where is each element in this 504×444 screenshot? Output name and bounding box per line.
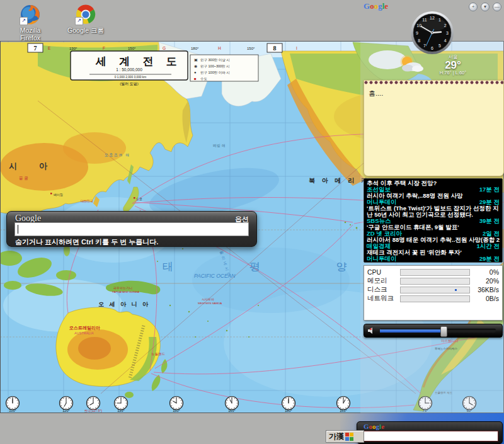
ime-tool-icon[interactable]: [345, 433, 353, 441]
ime-mode-label[interactable]: 가漢: [326, 431, 345, 442]
news-time: 29분 전: [479, 256, 500, 262]
memory-bar: [400, 278, 470, 285]
svg-text:9: 9: [416, 31, 418, 35]
clock-gadget[interactable]: 12 1 2 3 4 5 6 7 8 9 10 11: [408, 9, 456, 57]
news-title[interactable]: Milwaukee gives a holler to favorite bow…: [367, 262, 500, 263]
map-projection: (밀러 도법): [120, 82, 139, 86]
svg-text:12: 12: [430, 16, 435, 20]
label-bering: 베링 해: [213, 144, 226, 148]
label-australia-en: AUSTRALIA: [74, 331, 94, 335]
legend-text: 인구 300만 이상 시: [200, 58, 230, 62]
label-samoa-kr: 서사모아: [202, 297, 214, 301]
monitor-value: 0B/s: [470, 295, 499, 302]
news-source[interactable]: 머니투데이: [367, 199, 397, 205]
monitor-label: CPU: [367, 268, 400, 276]
icon-label-line: Google 크롬: [63, 26, 108, 34]
qsb-search-input[interactable]: [14, 222, 249, 236]
svg-text:4: 4: [444, 38, 447, 43]
svg-text:1: 1: [438, 18, 441, 22]
svg-text:5: 5: [438, 43, 441, 48]
legend-text: 수도: [200, 77, 208, 81]
collapse-button[interactable]: ▾: [481, 3, 490, 11]
add-gadget-button[interactable]: +: [469, 3, 478, 11]
lon-label: 130°: [69, 47, 77, 50]
weather-temp: 29°: [426, 60, 480, 70]
logo-letter: e: [384, 1, 388, 11]
quick-search-box[interactable]: Google 옵션 숨기거나 표시하려면 Ctrl 키를 두 번 누릅니다.: [6, 211, 257, 247]
speaker-icon[interactable]: [367, 327, 376, 334]
desktop-icon-chrome[interactable]: ↗ Google 크롬: [63, 4, 108, 34]
news-item[interactable]: Milwaukee gives a holler to favorite bow…: [364, 262, 502, 263]
weather-gadget[interactable]: 서울 29° H:76° | L:60°: [397, 53, 499, 77]
map-scale: 1 : 50,000,000: [116, 67, 142, 72]
chrome-icon[interactable]: ↗: [75, 4, 96, 25]
legend-sym: ●: [194, 71, 197, 74]
system-monitor-gadget[interactable]: CPU 0% 메모리 20% 디스크 36KB/s 네트워크 0B/s: [364, 265, 503, 321]
ime-language-bar[interactable]: 가漢: [326, 430, 364, 443]
tz-label: 165°: [340, 409, 346, 413]
news-source[interactable]: 조선일보: [367, 186, 391, 193]
label-oceania: 오 세 아 니 아: [98, 301, 150, 307]
news-time: 29분 전: [479, 199, 500, 205]
desktop-icon-label[interactable]: Google 크롬: [63, 26, 108, 34]
text-caret: [18, 225, 18, 234]
label-pacific-kr: 태 평 양: [163, 261, 383, 273]
news-source[interactable]: 매일경제: [367, 243, 391, 249]
monitor-label: 메모리: [367, 276, 400, 285]
volume-gadget[interactable]: [364, 324, 503, 338]
volume-track[interactable]: [380, 329, 496, 333]
label-buenos-aires: 부에노스아이레스: [435, 347, 458, 350]
logo-letter: G: [364, 423, 369, 430]
news-item[interactable]: '구글 안드로이드 휴대폰, 9월 발표' ZD 넷 코리아2일 전: [364, 224, 502, 237]
tz-label: 105°: [9, 409, 16, 413]
network-bar: [400, 295, 470, 302]
firefox-icon[interactable]: ↗: [20, 4, 41, 25]
weather-high-low: H:76° | L:60°: [426, 70, 480, 76]
news-time: 1시간 전: [477, 243, 500, 249]
icon-label-line: Mozilla: [8, 26, 53, 34]
map-title-box: 세 계 전 도 1 : 50,000,000 0 1,000 2,000 3,0…: [71, 51, 188, 80]
volume-fill: [380, 329, 442, 333]
grid-number-8: 8: [273, 45, 277, 52]
label-png-kr: 파푸아뉴기니: [113, 286, 132, 290]
notepad-gadget[interactable]: 흠....: [364, 80, 504, 176]
map-scale-ticks: 0 1,000 2,000 3,000 km: [115, 76, 146, 79]
monitor-row-memory: 메모리 20%: [367, 276, 499, 285]
monitor-row-network: 네트워크 0B/s: [367, 294, 499, 303]
news-source[interactable]: 머니투데이: [367, 256, 397, 262]
label-okhotsk: 오호츠크 해: [105, 153, 130, 157]
sidebar-search-input[interactable]: [362, 431, 498, 441]
news-source[interactable]: SBS뉴스: [367, 218, 391, 224]
label-asia: 시: [9, 161, 17, 171]
label-korea: 대한민국: [81, 199, 93, 203]
spiral-binding: [364, 79, 503, 86]
monitor-label: 디스크: [367, 285, 400, 294]
logo-letter: G: [364, 1, 370, 11]
news-item[interactable]: '트위스트 (The Twist)'가 빌보드 잡지가 선정한 지난 50년 사…: [364, 205, 502, 224]
news-title[interactable]: '트위스트 (The Twist)'가 빌보드 잡지가 선정한 지난 50년 사…: [367, 205, 500, 218]
desktop-icon-label[interactable]: Mozilla Firefox: [8, 26, 53, 42]
svg-text:2: 2: [444, 23, 447, 28]
news-item[interactable]: 추석 이후 주택 시장 전망? 조선일보17분 전: [364, 180, 502, 193]
label-new-zealand: 뉴질랜드: [151, 352, 166, 356]
legend-sym-capital: ■: [194, 77, 197, 81]
legend-sym: ▣: [194, 58, 198, 62]
desktop-icon-firefox[interactable]: ↗ Mozilla Firefox: [8, 4, 53, 42]
volume-slider-handle[interactable]: [440, 326, 447, 337]
monitor-label: 네트워크: [367, 294, 400, 303]
label-australia-kr: 오스트레일리아: [69, 326, 100, 331]
news-item[interactable]: 러시아서 88명 태운 여객기 추락..전원 사망(종합 2보) 매일경제1시간…: [364, 237, 502, 249]
news-source[interactable]: ZD 넷 코리아: [367, 231, 402, 237]
news-item[interactable]: 재테크 격전지서 꽃 핀 '위안화 투자' 머니투데이29분 전: [364, 249, 502, 262]
disk-activity-dot: [455, 289, 457, 291]
monitor-value: 0%: [470, 268, 499, 276]
news-gadget[interactable]: 추석 이후 주택 시장 전망? 조선일보17분 전 러시아 여객기 추락,..8…: [364, 178, 503, 263]
news-item[interactable]: 러시아 여객기 추락,..88명 전원 사망 머니투데이29분 전: [364, 193, 502, 205]
minimize-button[interactable]: —: [493, 3, 501, 11]
legend-text: 인구 100~300만 시: [200, 64, 230, 68]
svg-text:11: 11: [422, 18, 427, 22]
monitor-value: 36KB/s: [470, 286, 499, 293]
grid-number-7: 7: [34, 45, 37, 52]
lon-label: 180°: [191, 47, 199, 50]
sidebar-search-gadget[interactable]: Google: [357, 421, 503, 444]
